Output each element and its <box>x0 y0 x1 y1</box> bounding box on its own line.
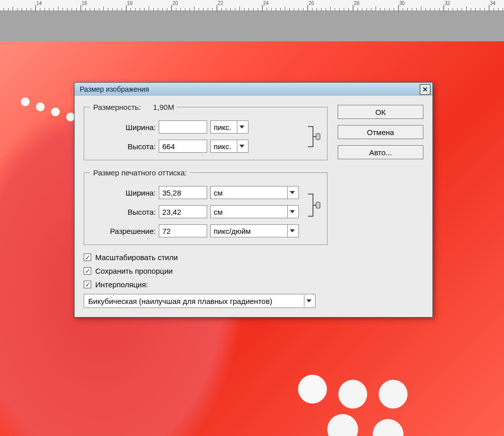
image-size-dialog: Размер изображения ✕ Размерность: 1,90M … <box>74 82 433 318</box>
constrain-proportions-checkbox[interactable]: ✓ <box>84 267 91 275</box>
close-icon: ✕ <box>422 86 428 93</box>
file-size-label: 1,90M <box>153 103 174 111</box>
select-value: пикс. <box>214 123 231 132</box>
doc-height-input[interactable] <box>159 205 207 218</box>
horizontal-ruler: 121416182022242628303234 <box>0 0 504 11</box>
dialog-title: Размер изображения <box>80 85 149 93</box>
svg-rect-0 <box>316 134 320 140</box>
svg-rect-1 <box>316 202 320 208</box>
pixel-width-unit-select[interactable]: пикс. <box>210 120 248 134</box>
constrain-label: Сохранить пропорции <box>95 267 173 275</box>
legend-label: Размерность: <box>93 103 141 111</box>
chevron-down-icon <box>239 145 244 148</box>
select-value: Бикубическая (наилучшая для плавных град… <box>88 297 272 305</box>
chevron-down-icon <box>290 210 295 213</box>
auto-button[interactable]: Авто... <box>338 145 423 159</box>
constrain-link-icon <box>306 120 321 153</box>
doc-width-label: Ширина: <box>90 189 156 197</box>
pixel-width-label: Ширина: <box>90 123 156 132</box>
canvas-gray-area <box>0 11 504 41</box>
select-value: пикс/дюйм <box>214 227 251 235</box>
close-button[interactable]: ✕ <box>420 84 430 95</box>
ok-button[interactable]: ОК <box>338 105 423 119</box>
pixel-dimensions-legend: Размерность: 1,90M <box>90 103 177 111</box>
select-value: пикс. <box>214 142 231 151</box>
resolution-label: Разрешение: <box>90 227 156 235</box>
dialog-titlebar[interactable]: Размер изображения ✕ <box>75 83 432 96</box>
pixel-dimensions-group: Размерность: 1,90M Ширина: пикс. <box>84 103 328 160</box>
chevron-down-icon <box>239 126 244 129</box>
chevron-down-icon <box>290 191 295 194</box>
pixel-height-unit-select[interactable]: пикс. <box>210 140 248 153</box>
interpolation-method-select[interactable]: Бикубическая (наилучшая для плавных град… <box>84 294 316 308</box>
resample-checkbox[interactable]: ✓ <box>84 281 91 288</box>
document-size-group: Размер печатного оттиска: Ширина: см <box>84 168 328 245</box>
chevron-down-icon <box>306 299 311 302</box>
resolution-input[interactable] <box>159 224 207 237</box>
scale-styles-label: Масштабировать стили <box>95 253 178 262</box>
document-size-legend: Размер печатного оттиска: <box>90 168 190 177</box>
cancel-button[interactable]: Отмена <box>338 125 423 139</box>
resample-label: Интерполяция: <box>95 280 148 289</box>
doc-width-unit-select[interactable]: см <box>210 186 299 199</box>
constrain-link-icon <box>306 188 321 227</box>
chevron-down-icon <box>290 229 295 232</box>
doc-width-input[interactable] <box>159 186 207 199</box>
doc-height-unit-select[interactable]: см <box>210 205 299 218</box>
pixel-width-input[interactable] <box>159 120 207 134</box>
resolution-unit-select[interactable]: пикс/дюйм <box>210 224 299 237</box>
select-value: см <box>214 189 223 197</box>
doc-height-label: Высота: <box>90 208 156 216</box>
scale-styles-checkbox[interactable]: ✓ <box>84 254 91 261</box>
pixel-height-input[interactable] <box>159 140 207 153</box>
pixel-height-label: Высота: <box>90 142 156 151</box>
select-value: см <box>214 208 223 216</box>
